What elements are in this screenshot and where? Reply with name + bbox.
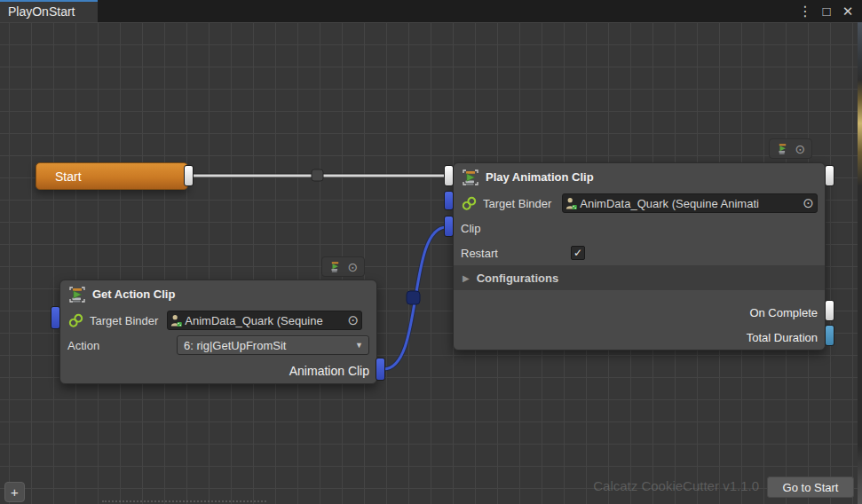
play-node-header[interactable]: Play Animation Clip (454, 163, 825, 191)
get-target-binder-label: Target Binder (90, 314, 158, 327)
play-clip-row: Clip (454, 216, 825, 240)
window-controls: ⋮ □ ✕ (796, 0, 857, 22)
play-target-binder-label: Target Binder (483, 197, 551, 210)
play-restart-label: Restart (461, 247, 565, 260)
port-play-on-complete-out[interactable] (825, 300, 834, 321)
focus-target-icon[interactable]: ⊙ (795, 143, 806, 155)
focus-target-icon[interactable]: ⊙ (348, 261, 359, 273)
go-to-start-button[interactable]: Go to Start (767, 476, 854, 498)
play-total-duration-row: Total Duration (454, 325, 825, 350)
animation-clip-label: Animation Clip (289, 364, 369, 378)
port-play-exec-in[interactable] (444, 165, 454, 186)
node-play-animation-clip[interactable]: Play Animation Clip Target Binder (453, 162, 826, 350)
plus-icon: + (11, 484, 19, 500)
object-picker-icon[interactable]: ⊙ (801, 194, 816, 212)
get-target-binder-value: AnimData_Quark (Sequine (185, 314, 322, 327)
tab-play-on-start[interactable]: PlayOnStart (0, 0, 98, 22)
exec-wire-handle[interactable] (312, 169, 323, 181)
graph-script-icon[interactable] (776, 142, 789, 155)
port-get-target-binder-in[interactable] (51, 306, 60, 329)
play-node-title: Play Animation Clip (486, 170, 594, 184)
check-icon: ✓ (573, 247, 582, 259)
node-type-icon (68, 286, 86, 303)
chevron-down-icon: ▼ (355, 341, 363, 350)
maximize-icon[interactable]: □ (818, 2, 835, 21)
link-icon (67, 313, 84, 328)
play-clip-label: Clip (461, 222, 480, 235)
menu-kebab-icon[interactable]: ⋮ (796, 2, 814, 21)
node-type-icon (462, 169, 479, 186)
get-target-binder-row: Target Binder AnimData_Quark (Sequine ⊙ (60, 308, 376, 333)
get-action-node-header[interactable]: Get Action Clip (60, 280, 376, 308)
foldout-arrow-icon: ▶ (463, 273, 470, 283)
close-icon[interactable]: ✕ (839, 2, 857, 21)
node-get-action-clip[interactable]: Get Action Clip Target Binder (59, 280, 377, 384)
port-start-exec-out[interactable] (184, 165, 194, 186)
port-play-total-duration-out[interactable] (825, 325, 834, 346)
get-action-node-title: Get Action Clip (92, 287, 175, 301)
port-get-animation-clip-out[interactable] (376, 358, 385, 381)
link-icon (461, 196, 478, 211)
start-node-title: Start (55, 169, 82, 184)
play-target-binder-field[interactable]: AnimData_Quark (Sequine Animati ⊙ (562, 193, 818, 213)
configurations-foldout[interactable]: ▶ Configurations (454, 265, 825, 290)
graph-editor-window: PlayOnStart ⋮ □ ✕ Start ⊙ (0, 0, 862, 504)
play-target-binder-value: AnimData_Quark (Sequine Animati (580, 197, 759, 210)
play-target-binder-row: Target Binder AnimData_Quark (Sequine An… (454, 191, 825, 216)
port-play-target-binder-in[interactable] (444, 191, 454, 210)
action-dropdown[interactable]: 6: rig|GetUpFromSit ▼ (177, 335, 369, 355)
play-restart-row: Restart ✓ (454, 240, 825, 265)
clipped-bottom-marks (102, 500, 266, 502)
action-label: Action (67, 339, 171, 352)
get-action-row: Action 6: rig|GetUpFromSit ▼ (60, 333, 376, 358)
total-duration-label: Total Duration (747, 331, 818, 344)
add-node-button[interactable]: + (4, 482, 25, 502)
on-complete-label: On Complete (749, 306, 818, 319)
restart-checkbox[interactable]: ✓ (571, 246, 585, 260)
port-play-clip-in[interactable] (444, 216, 454, 237)
binder-asset-icon (565, 197, 577, 210)
get-action-node-toolbar: ⊙ (321, 256, 365, 277)
port-play-exec-out[interactable] (825, 165, 834, 186)
binder-asset-icon (170, 314, 182, 327)
play-node-toolbar: ⊙ (769, 138, 812, 159)
play-on-complete-row: On Complete (454, 300, 825, 325)
configurations-label: Configurations (477, 272, 558, 285)
object-picker-icon[interactable]: ⊙ (345, 311, 360, 329)
node-start[interactable]: Start (36, 162, 188, 190)
graph-script-icon[interactable] (328, 260, 342, 273)
watermark-text: Calcatz CookieCutter v1.1.0 (593, 478, 759, 493)
data-wire-handle[interactable] (407, 291, 420, 304)
action-dropdown-value: 6: rig|GetUpFromSit (184, 339, 286, 352)
title-bar: PlayOnStart ⋮ □ ✕ (0, 0, 862, 22)
get-target-binder-field[interactable]: AnimData_Quark (Sequine ⊙ (167, 311, 362, 330)
animation-clip-row: Animation Clip (60, 358, 376, 384)
